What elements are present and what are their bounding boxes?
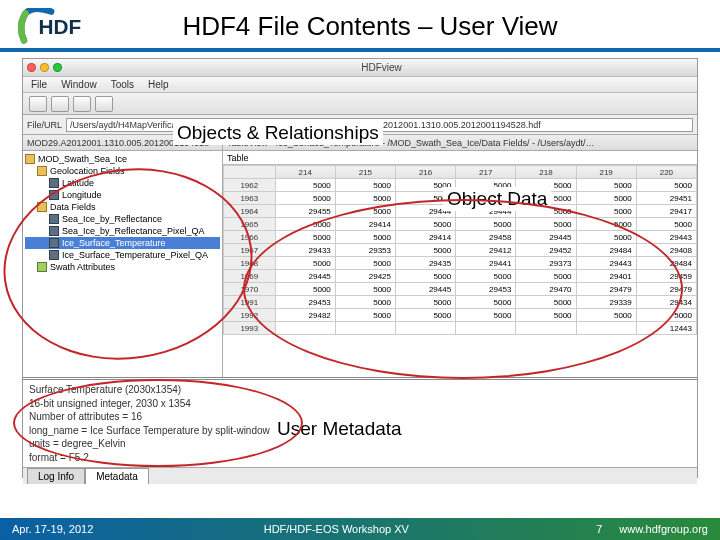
data-cell[interactable]: 5000 <box>395 296 455 309</box>
data-cell[interactable] <box>456 322 516 335</box>
data-cell[interactable]: 29373 <box>516 257 576 270</box>
data-cell[interactable]: 5000 <box>275 231 335 244</box>
data-cell[interactable]: 29445 <box>516 231 576 244</box>
data-cell[interactable]: 5000 <box>335 231 395 244</box>
table-row[interactable]: 19912945350005000500050002933929434 <box>224 296 697 309</box>
data-cell[interactable]: 5000 <box>576 218 636 231</box>
data-cell[interactable]: 29414 <box>395 231 455 244</box>
data-cell[interactable]: 5000 <box>576 192 636 205</box>
help-button[interactable] <box>95 96 113 112</box>
zoom-icon[interactable] <box>53 63 62 72</box>
menu-help[interactable]: Help <box>148 79 169 90</box>
data-cell[interactable]: 5000 <box>576 231 636 244</box>
data-cell[interactable]: 5000 <box>335 192 395 205</box>
data-cell[interactable]: 5000 <box>395 309 455 322</box>
data-cell[interactable]: 5000 <box>275 257 335 270</box>
data-cell[interactable]: 29443 <box>576 257 636 270</box>
data-cell[interactable]: 5000 <box>516 218 576 231</box>
row-header[interactable]: 1962 <box>224 179 276 192</box>
data-cell[interactable]: 12443 <box>636 322 696 335</box>
table-row[interactable]: 19672943329353500029412294522948429408 <box>224 244 697 257</box>
data-cell[interactable]: 5000 <box>395 244 455 257</box>
data-cell[interactable]: 29434 <box>636 296 696 309</box>
data-cell[interactable]: 29445 <box>395 283 455 296</box>
data-cell[interactable]: 5000 <box>335 205 395 218</box>
col-header[interactable]: 219 <box>576 166 636 179</box>
data-cell[interactable]: 5000 <box>456 270 516 283</box>
row-header[interactable]: 1969 <box>224 270 276 283</box>
data-cell[interactable]: 29441 <box>456 257 516 270</box>
data-cell[interactable]: 29414 <box>335 218 395 231</box>
data-cell[interactable]: 29482 <box>275 309 335 322</box>
table-row[interactable]: 199229482500050005000500050005000 <box>224 309 697 322</box>
data-cell[interactable]: 29435 <box>395 257 455 270</box>
data-cell[interactable]: 29452 <box>516 244 576 257</box>
data-cell[interactable]: 5000 <box>335 296 395 309</box>
data-cell[interactable]: 5000 <box>516 270 576 283</box>
tab-log-info[interactable]: Log Info <box>27 468 85 484</box>
data-cell[interactable]: 5000 <box>576 309 636 322</box>
data-cell[interactable]: 5000 <box>516 296 576 309</box>
menu-window[interactable]: Window <box>61 79 97 90</box>
data-cell[interactable]: 5000 <box>335 309 395 322</box>
data-cell[interactable]: 5000 <box>516 309 576 322</box>
data-cell[interactable]: 5000 <box>395 218 455 231</box>
data-cell[interactable]: 29458 <box>456 231 516 244</box>
col-header[interactable]: 217 <box>456 166 516 179</box>
data-cell[interactable]: 29433 <box>275 244 335 257</box>
row-header[interactable]: 1992 <box>224 309 276 322</box>
data-cell[interactable]: 5000 <box>335 179 395 192</box>
table-menu-table[interactable]: Table <box>227 153 249 163</box>
close-icon[interactable] <box>27 63 36 72</box>
table-row[interactable]: 1970500050002944529453294702947929479 <box>224 283 697 296</box>
data-cell[interactable]: 29451 <box>636 192 696 205</box>
col-header[interactable]: 214 <box>275 166 335 179</box>
save-button[interactable] <box>73 96 91 112</box>
data-cell[interactable]: 5000 <box>456 296 516 309</box>
data-cell[interactable] <box>516 322 576 335</box>
row-header[interactable]: 1966 <box>224 231 276 244</box>
open-file-button[interactable] <box>29 96 47 112</box>
new-file-button[interactable] <box>51 96 69 112</box>
table-row[interactable]: 1968500050002943529441293732944329484 <box>224 257 697 270</box>
data-cell[interactable]: 5000 <box>275 283 335 296</box>
row-header[interactable]: 1991 <box>224 296 276 309</box>
data-cell[interactable]: 5000 <box>335 283 395 296</box>
data-cell[interactable]: 29484 <box>636 257 696 270</box>
data-cell[interactable] <box>576 322 636 335</box>
table-row[interactable]: 196550002941450005000500050005000 <box>224 218 697 231</box>
row-header[interactable]: 1963 <box>224 192 276 205</box>
row-header[interactable]: 1968 <box>224 257 276 270</box>
data-cell[interactable]: 5000 <box>636 309 696 322</box>
data-cell[interactable] <box>395 322 455 335</box>
menu-tools[interactable]: Tools <box>111 79 134 90</box>
row-header[interactable]: 1964 <box>224 205 276 218</box>
col-header[interactable]: 220 <box>636 166 696 179</box>
data-cell[interactable]: 5000 <box>275 192 335 205</box>
row-header[interactable]: 1970 <box>224 283 276 296</box>
row-header[interactable]: 1965 <box>224 218 276 231</box>
row-header[interactable]: 1993 <box>224 322 276 335</box>
data-cell[interactable]: 29353 <box>335 244 395 257</box>
data-cell[interactable]: 29479 <box>576 283 636 296</box>
data-cell[interactable] <box>275 322 335 335</box>
tab-metadata[interactable]: Metadata <box>85 468 149 484</box>
col-header[interactable]: 215 <box>335 166 395 179</box>
data-cell[interactable]: 5000 <box>335 257 395 270</box>
data-cell[interactable]: 29470 <box>516 283 576 296</box>
data-cell[interactable]: 29484 <box>576 244 636 257</box>
data-cell[interactable]: 5000 <box>576 205 636 218</box>
col-header[interactable]: 218 <box>516 166 576 179</box>
data-cell[interactable]: 29425 <box>335 270 395 283</box>
menu-file[interactable]: File <box>31 79 47 90</box>
data-cell[interactable]: 29453 <box>456 283 516 296</box>
data-cell[interactable]: 5000 <box>275 218 335 231</box>
data-cell[interactable]: 29417 <box>636 205 696 218</box>
data-cell[interactable]: 29339 <box>576 296 636 309</box>
data-cell[interactable]: 5000 <box>636 218 696 231</box>
data-cell[interactable]: 29408 <box>636 244 696 257</box>
data-cell[interactable]: 29459 <box>636 270 696 283</box>
col-header[interactable]: 216 <box>395 166 455 179</box>
data-cell[interactable]: 5000 <box>636 179 696 192</box>
window-controls[interactable] <box>27 63 62 72</box>
